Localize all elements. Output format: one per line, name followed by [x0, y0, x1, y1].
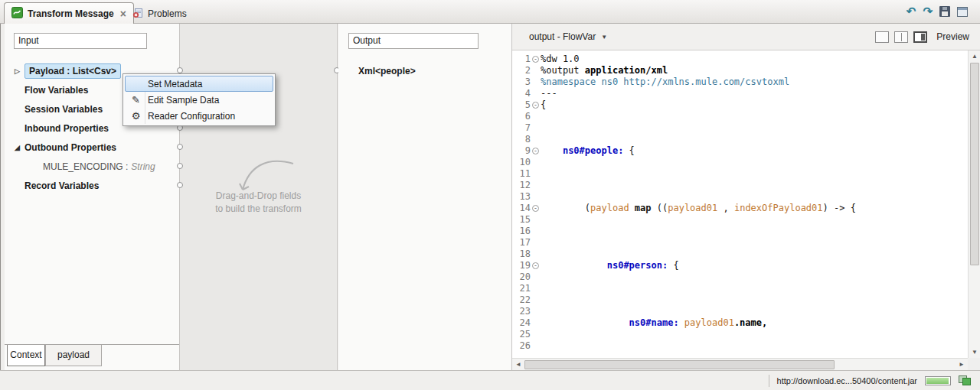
- line-number: 3: [512, 76, 531, 88]
- code-line: 17: [512, 237, 968, 249]
- tab-context[interactable]: Context: [7, 345, 45, 366]
- fold-minus-icon[interactable]: -: [532, 205, 539, 212]
- dropdown-arrow-icon: ▼: [601, 34, 607, 41]
- fold-cell: -: [531, 54, 541, 65]
- output-flowvar-dropdown[interactable]: output - FlowVar ▼: [529, 31, 607, 42]
- fold-minus-icon[interactable]: -: [532, 56, 539, 63]
- save-icon[interactable]: [939, 6, 950, 17]
- tree-item-label: Inbound Properties: [24, 123, 109, 134]
- menu-item-reader-configuration[interactable]: ⚙ Reader Configuration: [125, 108, 273, 124]
- line-number: 1: [512, 54, 531, 65]
- dataweave-editor: output - FlowVar ▼ Preview 1-%dw 1.02%ou…: [511, 24, 980, 370]
- tree-item-mule-encoding[interactable]: MULE_ENCODING : String: [5, 157, 179, 176]
- fold-cell: [531, 271, 541, 283]
- line-number: 2: [512, 65, 531, 76]
- scroll-left-icon[interactable]: ◄: [515, 361, 521, 368]
- menu-item-edit-sample-data[interactable]: ✎ Edit Sample Data: [125, 92, 273, 108]
- line-number: 9: [512, 145, 531, 157]
- connection-anchor[interactable]: [177, 144, 183, 150]
- scroll-up-icon[interactable]: ▲: [972, 53, 978, 60]
- fold-minus-icon[interactable]: -: [532, 262, 539, 269]
- code-text: %dw 1.0: [541, 54, 580, 65]
- tab-problems[interactable]: Problems: [126, 5, 193, 23]
- vertical-scrollbar[interactable]: ▲ ▼: [968, 50, 980, 358]
- code-line: 20: [512, 271, 968, 283]
- restore-layout-icon[interactable]: [957, 7, 968, 17]
- code-text: ns0#person: {: [541, 260, 679, 271]
- line-number: 12: [512, 180, 531, 191]
- menu-item-set-metadata[interactable]: Set Metadata: [125, 76, 273, 92]
- menu-item-label: Reader Configuration: [148, 111, 235, 122]
- tree-item-label: Flow Variables: [24, 85, 88, 96]
- view-split-button[interactable]: [894, 31, 908, 43]
- line-number: 23: [512, 306, 531, 317]
- undo-icon[interactable]: ↶: [906, 5, 916, 18]
- connection-anchor[interactable]: [177, 67, 183, 73]
- code-line: 19- ns0#person: {: [512, 260, 968, 271]
- fold-cell: [531, 88, 541, 99]
- code-line: 18: [512, 249, 968, 260]
- input-header-field[interactable]: Input: [14, 33, 147, 49]
- code-lines[interactable]: 1-%dw 1.02%output application/xml3%names…: [512, 50, 968, 358]
- code-text: (payload map ((payload01 , indexOfPayloa…: [541, 203, 856, 214]
- fold-cell: -: [531, 203, 541, 214]
- code-line: 24 ns0#name: payload01.name,: [512, 317, 968, 329]
- fold-cell: [531, 340, 541, 352]
- fold-minus-icon[interactable]: -: [532, 148, 539, 154]
- drag-hint-line1: Drag-and-Drop fields: [180, 190, 337, 203]
- code-line: 9- ns0#people: {: [512, 145, 968, 157]
- editor-tabbar: Transform Message × Problems ↶ ↷: [0, 0, 980, 24]
- code-text: ns0#people: {: [541, 145, 635, 157]
- fold-cell: [531, 134, 541, 145]
- code-line: 15: [512, 214, 968, 226]
- close-tab-icon[interactable]: ×: [120, 8, 126, 19]
- line-number: 11: [512, 168, 531, 180]
- tree-expanded-icon[interactable]: ◢: [15, 144, 24, 151]
- fold-cell: [531, 226, 541, 237]
- fold-cell: [531, 191, 541, 203]
- tree-item-payload-label: Payload : List<Csv>: [24, 63, 121, 79]
- tab-payload[interactable]: payload: [45, 345, 102, 366]
- gear-icon: ⚙: [129, 110, 142, 122]
- line-number: 20: [512, 271, 531, 283]
- fold-minus-icon[interactable]: -: [532, 102, 539, 109]
- tree-item-label: Session Variables: [24, 104, 103, 115]
- view-preview-button[interactable]: [913, 31, 927, 43]
- tab-transform-message-label: Transform Message: [28, 8, 114, 19]
- code-line: 2%output application/xml: [512, 65, 968, 76]
- tree-item-label: Outbound Properties: [24, 142, 116, 153]
- status-bar: http://download.ec...50400/content.jar: [0, 370, 980, 390]
- scroll-right-icon[interactable]: ►: [959, 361, 965, 368]
- line-number: 24: [512, 317, 531, 329]
- code-line: 25: [512, 329, 968, 340]
- connection-anchor[interactable]: [177, 163, 183, 169]
- fold-cell: [531, 249, 541, 260]
- fold-cell: [531, 76, 541, 88]
- tab-transform-message[interactable]: Transform Message ×: [4, 2, 134, 24]
- vertical-scrollbar-thumb[interactable]: [970, 63, 979, 265]
- fold-cell: [531, 294, 541, 306]
- line-number: 16: [512, 226, 531, 237]
- output-header-field[interactable]: Output: [348, 33, 479, 49]
- input-bottom-tabs: Context payload: [5, 344, 179, 370]
- scroll-down-icon[interactable]: ▼: [972, 349, 978, 356]
- fold-cell: [531, 157, 541, 168]
- tree-collapsed-icon[interactable]: ▷: [15, 67, 24, 75]
- tree-item-outbound-properties[interactable]: ◢ Outbound Properties: [5, 138, 179, 157]
- code-line: 3%namespace ns0 http://xmlns.mule.com/cs…: [512, 76, 968, 88]
- connection-anchor[interactable]: [177, 182, 183, 188]
- tree-item-record-variables[interactable]: Record Variables: [5, 176, 179, 195]
- fold-cell: [531, 329, 541, 340]
- tree-item-xml-people[interactable]: Xml<people>: [358, 61, 416, 80]
- code-line: 14- (payload map ((payload01 , indexOfPa…: [512, 203, 968, 214]
- metadata-context-menu: Set Metadata ✎ Edit Sample Data ⚙ Reader…: [122, 73, 276, 126]
- line-number: 6: [512, 111, 531, 122]
- horizontal-scrollbar-thumb[interactable]: [524, 360, 835, 369]
- output-panel: Output Xml<people>: [338, 24, 511, 370]
- view-single-button[interactable]: [875, 31, 889, 43]
- horizontal-scrollbar[interactable]: ◄ ►: [512, 358, 968, 370]
- menu-item-label: Set Metadata: [148, 79, 202, 89]
- editor-title: output - FlowVar: [529, 31, 596, 42]
- redo-icon[interactable]: ↷: [923, 5, 933, 18]
- code-line: 12: [512, 180, 968, 191]
